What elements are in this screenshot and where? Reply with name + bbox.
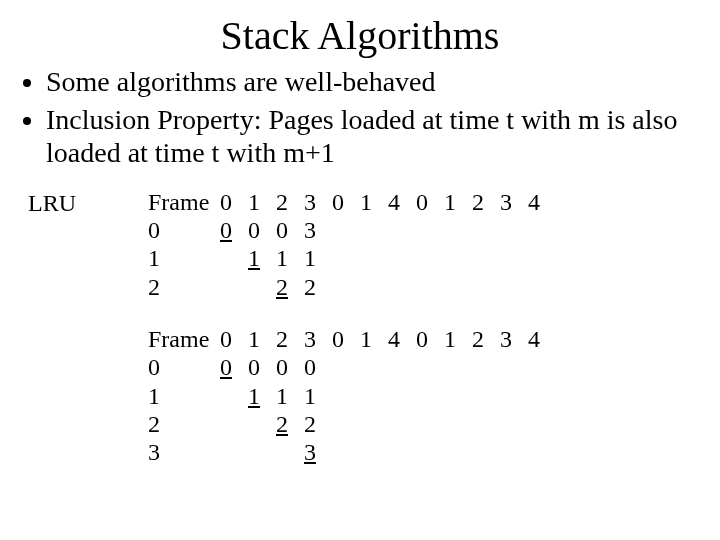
cell	[528, 244, 556, 272]
cell: 2	[472, 325, 500, 353]
cell: 1	[248, 188, 276, 216]
cell: 3	[304, 438, 332, 466]
cell: 0	[276, 353, 304, 381]
cell	[500, 216, 528, 244]
cell: 3	[304, 325, 332, 353]
row-header: Frame	[148, 188, 220, 216]
cell: 0	[332, 325, 360, 353]
cell	[500, 438, 528, 466]
cell	[500, 273, 528, 301]
cell	[360, 216, 388, 244]
cell	[388, 410, 416, 438]
cell	[360, 382, 388, 410]
cell	[528, 273, 556, 301]
cell: 0	[220, 188, 248, 216]
cell: 0	[416, 188, 444, 216]
row-header: Frame	[148, 325, 220, 353]
cell	[444, 353, 472, 381]
cell	[444, 438, 472, 466]
cell	[360, 244, 388, 272]
cell: 1	[304, 382, 332, 410]
table-row: 2 2 2	[148, 273, 556, 301]
cell	[472, 273, 500, 301]
cell	[332, 410, 360, 438]
cell	[416, 216, 444, 244]
cell	[500, 353, 528, 381]
cell	[220, 410, 248, 438]
cell	[444, 216, 472, 244]
row-header: 2	[148, 273, 220, 301]
cell	[528, 438, 556, 466]
cell	[472, 244, 500, 272]
cell: 3	[500, 325, 528, 353]
frame-table-4: Frame 0 1 2 3 0 1 4 0 1 2 3 4 0 0	[148, 325, 556, 467]
cell: 1	[276, 382, 304, 410]
cell	[472, 382, 500, 410]
algorithm-example: LRU Frame 0 1 2 3 0 1 4 0 1 2 3 4	[28, 188, 692, 491]
cell	[220, 244, 248, 272]
cell	[332, 353, 360, 381]
cell	[528, 382, 556, 410]
frame-tables: Frame 0 1 2 3 0 1 4 0 1 2 3 4 0 0	[148, 188, 556, 491]
cell: 1	[248, 325, 276, 353]
cell	[416, 438, 444, 466]
cell	[444, 382, 472, 410]
cell	[360, 273, 388, 301]
cell: 3	[304, 188, 332, 216]
cell: 1	[248, 244, 276, 272]
cell	[416, 382, 444, 410]
row-header: 1	[148, 244, 220, 272]
cell	[500, 382, 528, 410]
cell	[332, 216, 360, 244]
cell: 2	[276, 273, 304, 301]
cell: 0	[220, 325, 248, 353]
row-header: 2	[148, 410, 220, 438]
cell	[416, 273, 444, 301]
cell: 1	[276, 244, 304, 272]
cell	[388, 244, 416, 272]
algorithm-label: LRU	[28, 188, 148, 217]
cell: 0	[416, 325, 444, 353]
table-row: 3 3	[148, 438, 556, 466]
cell	[472, 216, 500, 244]
bullet-list: Some algorithms are well-behaved Inclusi…	[46, 65, 692, 170]
cell: 4	[528, 188, 556, 216]
cell	[528, 410, 556, 438]
cell	[388, 438, 416, 466]
cell: 0	[248, 216, 276, 244]
cell	[472, 410, 500, 438]
table-row: Frame 0 1 2 3 0 1 4 0 1 2 3 4	[148, 188, 556, 216]
cell	[220, 273, 248, 301]
cell	[360, 438, 388, 466]
slide: Stack Algorithms Some algorithms are wel…	[0, 0, 720, 540]
cell	[416, 353, 444, 381]
row-header: 1	[148, 382, 220, 410]
cell: 4	[528, 325, 556, 353]
cell	[332, 244, 360, 272]
cell: 0	[332, 188, 360, 216]
table-row: 0 0 0 0 0	[148, 353, 556, 381]
cell: 4	[388, 188, 416, 216]
cell	[528, 216, 556, 244]
cell	[416, 244, 444, 272]
cell: 2	[276, 325, 304, 353]
cell	[528, 353, 556, 381]
cell: 0	[248, 353, 276, 381]
cell: 0	[220, 353, 248, 381]
cell	[416, 410, 444, 438]
cell	[248, 438, 276, 466]
cell	[220, 382, 248, 410]
cell	[332, 273, 360, 301]
bullet-item: Inclusion Property: Pages loaded at time…	[46, 103, 692, 170]
cell: 0	[304, 353, 332, 381]
cell	[332, 438, 360, 466]
cell: 1	[248, 382, 276, 410]
cell: 1	[360, 325, 388, 353]
cell	[276, 438, 304, 466]
row-header: 0	[148, 216, 220, 244]
cell	[360, 410, 388, 438]
cell: 0	[276, 216, 304, 244]
cell	[360, 353, 388, 381]
row-header: 0	[148, 353, 220, 381]
cell: 2	[304, 273, 332, 301]
